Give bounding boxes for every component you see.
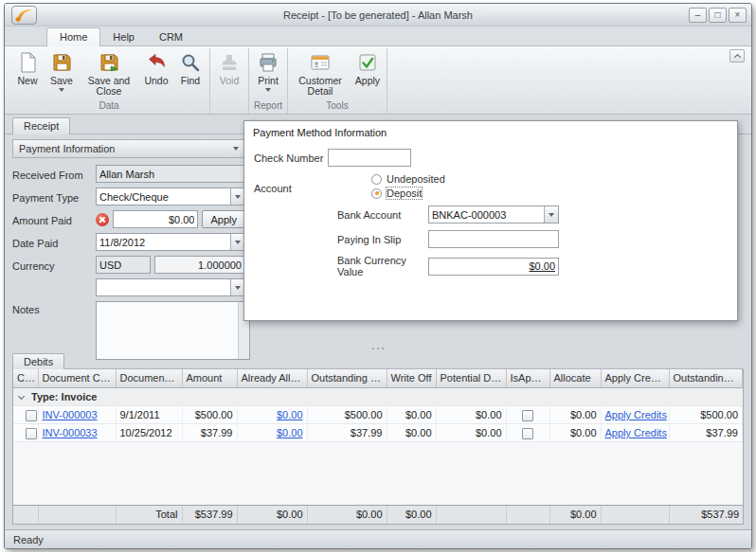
tab-debits[interactable]: Debits xyxy=(12,353,64,369)
col-amount[interactable]: Amount xyxy=(182,369,237,387)
panel-dropdown-icon[interactable] xyxy=(233,147,239,151)
check-number-field[interactable] xyxy=(328,149,411,167)
ribbon-tab-strip: Home Help CRM xyxy=(5,27,751,46)
extra-dropdown[interactable] xyxy=(96,278,245,296)
close-button[interactable]: × xyxy=(729,8,747,23)
void-button: Void xyxy=(212,48,246,87)
write-off-cell: $0.00 xyxy=(387,406,436,424)
total-already-allocated: $0.00 xyxy=(237,505,307,524)
amount-paid-field[interactable] xyxy=(113,210,198,228)
find-button[interactable]: Find xyxy=(173,48,207,87)
is-apply-checkbox[interactable] xyxy=(522,410,533,421)
payment-type-row: Payment Type Check/Cheque xyxy=(12,188,245,206)
bank-account-dropdown-button[interactable] xyxy=(544,206,558,223)
ribbon-tab-home[interactable]: Home xyxy=(46,27,100,46)
notes-field[interactable] xyxy=(97,302,238,359)
apply-button[interactable]: Apply xyxy=(351,48,385,87)
outstanding-cell: $37.99 xyxy=(307,424,387,442)
save-and-close-button[interactable]: Save and Close xyxy=(79,48,139,98)
row-checkbox[interactable] xyxy=(26,410,37,421)
apply-credits-link[interactable]: Apply Credits xyxy=(605,427,667,438)
col-document-date[interactable]: Document Date xyxy=(116,369,182,387)
maximize-button[interactable]: □ xyxy=(709,8,727,23)
col-apply-credits[interactable]: Apply Credits xyxy=(601,369,669,387)
radio-undeposited-label: Undeposited xyxy=(387,173,445,185)
col-potential-discount[interactable]: Potential Disc... xyxy=(436,369,506,387)
extra-dropdown-row xyxy=(12,278,245,296)
col-outstanding-balance[interactable]: Outstanding Bal... xyxy=(307,369,387,387)
payment-method-popup: Payment Method Information Check Number … xyxy=(243,120,738,321)
is-apply-checkbox[interactable] xyxy=(522,428,533,439)
new-button[interactable]: New xyxy=(10,48,45,87)
grid-header: Chk Document Code Document Date Amount A… xyxy=(13,369,743,388)
paying-in-slip-field[interactable] xyxy=(428,230,559,248)
document-date-cell: 10/25/2012 xyxy=(116,424,182,442)
currency-rate-field[interactable] xyxy=(154,256,245,274)
document-code-link[interactable]: INV-000003 xyxy=(43,409,98,420)
titlebar[interactable]: Receipt - [To be generated] - Allan Mars… xyxy=(5,4,751,27)
bank-account-dropdown[interactable]: BNKAC-000003 xyxy=(428,206,559,223)
undo-button[interactable]: Undo xyxy=(139,48,173,87)
received-from-field[interactable] xyxy=(96,165,245,183)
print-button[interactable]: Print xyxy=(251,48,285,93)
app-logo-icon[interactable] xyxy=(11,6,37,25)
chevron-down-icon xyxy=(549,213,554,217)
group-label: Type: Invoice xyxy=(31,391,97,402)
customer-detail-button[interactable]: Customer Detail xyxy=(290,48,351,98)
date-paid-dropdown-button[interactable] xyxy=(230,234,244,250)
paying-in-slip-row: Paying In Slip xyxy=(254,230,728,248)
radio-undeposited[interactable]: Undeposited xyxy=(371,173,445,185)
row-checkbox[interactable] xyxy=(26,428,37,439)
bank-account-row: Bank Account BNKAC-000003 xyxy=(254,206,728,223)
find-label: Find xyxy=(181,76,200,86)
payment-information-panel: Payment Information Received From Paymen… xyxy=(12,139,245,360)
bank-account-value: BNKAC-000003 xyxy=(429,206,544,223)
ribbon-tab-crm[interactable]: CRM xyxy=(147,28,195,45)
print-icon xyxy=(257,51,279,74)
col-already-allocated[interactable]: Already Alloc... xyxy=(237,369,307,387)
group-row[interactable]: Type: Invoice xyxy=(13,388,743,406)
account-row: Account Undeposited Deposit xyxy=(254,173,728,199)
print-dropdown-icon[interactable] xyxy=(265,88,271,92)
ribbon-group-caption-data: Data xyxy=(10,100,207,114)
ribbon-group-report: Print Report xyxy=(249,48,288,114)
table-row[interactable]: INV-000003 9/1/2011 $500.00 $0.00 $500.0… xyxy=(13,406,743,424)
bank-currency-value-field[interactable] xyxy=(428,258,559,276)
status-bar: Ready xyxy=(5,529,751,548)
window-title: Receipt - [To be generated] - Allan Mars… xyxy=(5,9,751,21)
group-expand-icon[interactable] xyxy=(18,393,25,400)
already-allocated-link[interactable]: $0.00 xyxy=(277,409,303,420)
tab-receipt[interactable]: Receipt xyxy=(12,117,70,134)
table-row[interactable]: INV-000033 10/25/2012 $37.99 $0.00 $37.9… xyxy=(13,424,743,442)
save-dropdown-icon[interactable] xyxy=(59,88,64,92)
check-number-label: Check Number xyxy=(254,152,328,164)
document-code-link[interactable]: INV-000033 xyxy=(43,427,98,438)
ribbon-tab-help[interactable]: Help xyxy=(100,28,147,45)
col-outstanding-balance-2[interactable]: Outstanding Bal... xyxy=(669,369,743,387)
amount-apply-label: Apply xyxy=(210,214,237,225)
currency-row: Currency xyxy=(12,256,245,274)
apply-credits-link[interactable]: Apply Credits xyxy=(605,409,667,420)
col-chk[interactable]: Chk xyxy=(13,369,38,387)
payment-information-header[interactable]: Payment Information xyxy=(12,139,245,158)
col-document-code[interactable]: Document Code xyxy=(38,369,116,387)
save-button[interactable]: Save xyxy=(45,48,79,93)
write-off-cell: $0.00 xyxy=(387,424,436,442)
apply-label: Apply xyxy=(355,76,380,86)
chevron-down-icon xyxy=(235,241,241,244)
payment-type-dropdown-button[interactable] xyxy=(230,188,244,205)
find-icon xyxy=(179,51,202,74)
date-paid-dropdown[interactable]: 11/8/2012 xyxy=(96,233,245,251)
extra-dropdown-value xyxy=(97,279,230,295)
extra-dropdown-button[interactable] xyxy=(230,279,244,295)
col-allocate[interactable]: Allocate xyxy=(549,369,601,387)
amount-apply-button[interactable]: Apply xyxy=(202,210,245,228)
col-is-apply[interactable]: IsApply... xyxy=(506,369,549,387)
payment-type-dropdown[interactable]: Check/Cheque xyxy=(96,188,245,206)
radio-deposit[interactable]: Deposit xyxy=(371,188,445,199)
already-allocated-link[interactable]: $0.00 xyxy=(277,427,303,438)
ribbon-collapse-button[interactable] xyxy=(729,49,745,63)
minimize-button[interactable]: – xyxy=(689,8,707,23)
col-write-off[interactable]: Write Off xyxy=(387,369,436,387)
currency-code-field[interactable] xyxy=(96,256,151,274)
